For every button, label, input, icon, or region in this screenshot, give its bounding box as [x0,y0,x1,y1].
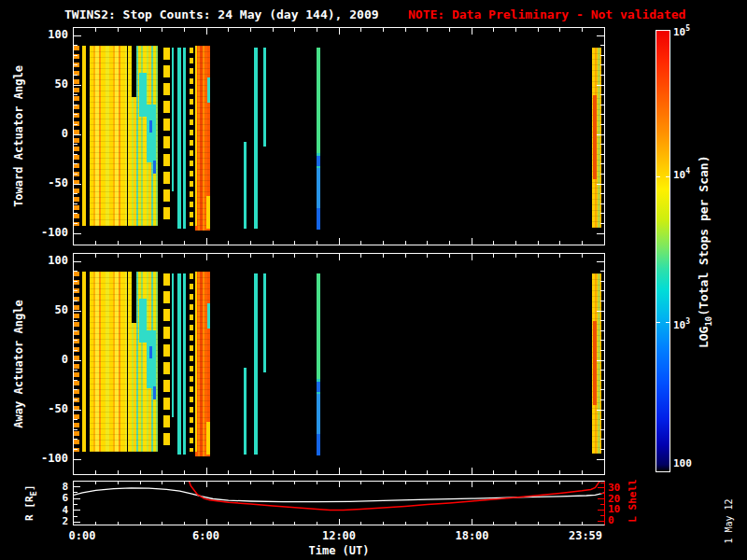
colorbar-tick-mark [656,322,660,323]
angle-tick-label: -100 [26,452,68,465]
x-tick [228,482,229,484]
spectrogram-stripe [149,120,152,133]
l-tick [600,493,604,494]
x-tick [493,241,494,245]
angle-tick-label: 100 [26,28,68,41]
r-tick [74,504,78,505]
colorbar-tick-mark [666,322,669,323]
x-tick [360,241,361,245]
y-tick [600,419,604,420]
x-tick [538,28,539,32]
colorbar-label-exp: 3 [685,317,690,326]
time-tick-label: 18:00 [444,529,500,542]
x-tick [184,241,185,245]
y-tick [600,290,604,291]
x-tick [449,254,450,258]
x-tick [95,482,96,484]
y-tick [74,281,78,282]
colorbar-label-base: 10 [673,26,685,38]
spectrogram-stripe [263,48,265,147]
y-tick [74,449,78,450]
x-tick [493,482,494,484]
y-tick [600,94,604,95]
x-tick [559,28,560,32]
y-tick [74,399,78,400]
x-tick [360,470,361,474]
y-tick [74,410,81,411]
y-tick [600,439,604,440]
x-tick [206,519,207,525]
x-tick [449,470,450,474]
y-tick [74,330,78,331]
spectrogram-stripe [163,273,170,450]
x-tick [472,254,472,260]
x-tick [95,241,96,245]
y-tick [597,459,604,460]
date-stamp: 1 May 12 [724,484,734,559]
y-tick [74,350,78,351]
x-tick [184,482,185,484]
x-tick [118,470,119,474]
colorbar-label-1e3: 103 [673,317,690,331]
figure-root: TWINS2: Stop Counts: 24 May (day 144), 2… [0,0,747,560]
time-tick-label: 12:00 [311,529,367,542]
colorbar-title: LOG10(Total Stops per Scan) [697,121,713,383]
x-tick [538,254,539,258]
x-tick [206,482,207,487]
spectrogram-stripe [317,156,320,166]
x-tick [250,470,251,474]
x-tick [360,28,361,32]
y-tick [74,75,78,76]
x-tick [294,28,295,32]
x-tick [273,470,274,474]
time-tick-label: 6:00 [178,529,234,542]
y-tick [600,193,604,194]
colorbar-label-1e4: 104 [673,167,690,181]
x-tick [140,254,141,258]
spectrogram-stripe [153,161,156,175]
x-tick [140,470,141,474]
y-tick [74,105,78,105]
x-tick [317,28,317,32]
y-tick [74,320,78,321]
spectrogram-stripe [254,48,258,229]
spectrogram-stripe [153,386,156,400]
x-tick [559,254,560,258]
l-tick [600,515,604,516]
x-tick [405,28,406,32]
x-tick [228,254,229,258]
time-tick-label: 23:59 [557,529,613,542]
x-tick [339,238,340,245]
r-tick [74,492,78,493]
colorbar-title-post: (Total Stops per Scan) [697,156,711,316]
l-tick [600,483,604,483]
x-tick [294,482,295,484]
x-tick [427,470,428,474]
x-tick [493,254,494,258]
y-tick [74,271,78,272]
x-tick [250,241,251,245]
y-tick [600,301,604,301]
l-tick [598,521,604,522]
x-tick [449,482,450,484]
y-tick [74,419,78,420]
spectrogram-stripe [74,272,78,452]
x-tick [360,522,361,525]
l-shell-curve [188,482,601,511]
y-tick [600,429,604,430]
y-tick [74,459,81,460]
y-tick [600,163,604,164]
x-tick [250,28,251,32]
spectrogram-stripe [172,48,175,192]
colorbar-label-base: 10 [673,319,685,331]
x-tick [140,241,141,245]
x-tick [538,241,539,245]
x-tick [95,254,96,258]
x-tick [273,254,274,258]
x-tick [118,522,119,525]
x-tick [162,470,162,474]
x-tick [515,28,516,32]
x-tick [140,522,141,525]
y-tick [600,174,604,175]
x-tick [294,470,295,474]
